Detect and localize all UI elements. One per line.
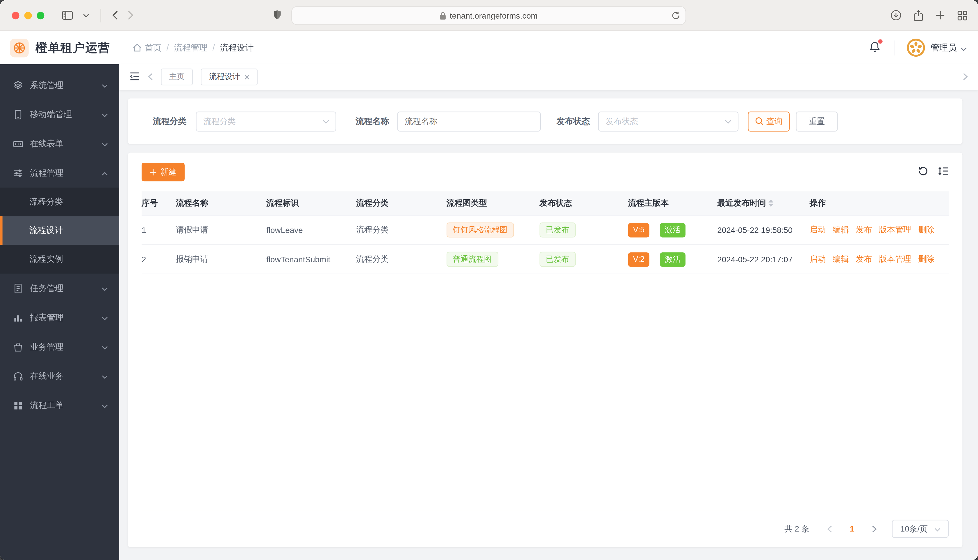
mobile-icon [13, 110, 23, 119]
close-window-button[interactable] [12, 12, 20, 19]
filter-name-input[interactable] [398, 111, 541, 131]
filter-category-label: 流程分类 [153, 116, 187, 127]
create-button[interactable]: 新建 [142, 163, 185, 181]
publish-link[interactable]: 发布 [856, 224, 872, 235]
chevron-down-icon [102, 313, 108, 322]
chevron-down-icon [102, 110, 108, 119]
sidebar-toggle-icon[interactable] [62, 10, 73, 20]
sidebar-subitem-workflow-category[interactable]: 流程分类 [0, 188, 119, 217]
breadcrumb-section[interactable]: 流程管理 [174, 42, 207, 53]
header-divider [894, 40, 894, 55]
filter-panel: 流程分类 流程分类 流程名称 发布状态 发布状态 [128, 98, 963, 144]
reset-button[interactable]: 重置 [796, 111, 838, 131]
col-key: 流程标识 [266, 198, 356, 209]
tabs-scroll-right-icon[interactable] [963, 72, 968, 83]
sidebar-item-system-mgmt[interactable]: 系统管理 [0, 70, 119, 100]
diagram-type-tag: 钉钉风格流程图 [446, 222, 514, 238]
sidebar-item-task-mgmt[interactable]: 任务管理 [0, 273, 119, 303]
sidebar-item-report-mgmt[interactable]: 报表管理 [0, 303, 119, 332]
close-tab-icon[interactable] [244, 74, 249, 79]
delete-link[interactable]: 删除 [918, 253, 935, 265]
cell-published-at: 2024-05-22 19:58:50 [717, 225, 810, 235]
minimize-window-button[interactable] [24, 12, 32, 19]
table-row: 2 报销申请 flowTenantSubmit 流程分类 普通流程图 已发布 V… [142, 245, 949, 274]
breadcrumb-separator: / [212, 43, 215, 52]
sidebar-item-business-mgmt[interactable]: 业务管理 [0, 332, 119, 361]
filter-category-select[interactable]: 流程分类 [196, 111, 336, 131]
cell-name: 请假申请 [176, 224, 266, 235]
sidebar-item-online-forms[interactable]: 在线表单 [0, 129, 119, 158]
forward-button[interactable] [128, 10, 134, 20]
page-size-select[interactable]: 10条/页 [892, 520, 949, 538]
tab-group-chevron-icon[interactable] [83, 13, 89, 17]
chevron-down-icon [102, 342, 108, 352]
chevron-down-icon [102, 283, 108, 293]
sidebar-subitem-workflow-instance[interactable]: 流程实例 [0, 245, 119, 273]
sort-caret-icon[interactable] [768, 200, 773, 207]
active-badge: 激活 [660, 252, 685, 267]
start-link[interactable]: 启动 [810, 224, 826, 235]
chevron-down-icon [102, 80, 108, 90]
collapse-menu-icon[interactable] [130, 72, 140, 83]
sidebar-subitem-workflow-design[interactable]: 流程设计 [0, 216, 119, 245]
new-tab-icon[interactable] [936, 10, 945, 20]
headset-icon [13, 371, 23, 381]
col-index: 序号 [142, 198, 176, 209]
version-badge: V:5 [628, 223, 649, 237]
row-actions: 启动 编辑 发布 版本管理 删除 [810, 224, 949, 235]
version-mgmt-link[interactable]: 版本管理 [879, 224, 911, 235]
back-button[interactable] [112, 10, 118, 20]
avatar[interactable] [907, 38, 925, 57]
zoom-window-button[interactable] [37, 12, 45, 19]
col-published-at[interactable]: 最近发布时间 [717, 198, 810, 209]
sidebar-item-online-business[interactable]: 在线业务 [0, 361, 119, 391]
cell-name: 报销申请 [176, 253, 266, 265]
cell-category: 流程分类 [356, 224, 446, 235]
publish-link[interactable]: 发布 [856, 253, 872, 265]
row-actions: 启动 编辑 发布 版本管理 删除 [810, 253, 949, 265]
sidebar-item-workflow-mgmt[interactable]: 流程管理 [0, 158, 119, 188]
share-icon[interactable] [914, 10, 923, 21]
address-bar[interactable]: tenant.orangeforms.com [291, 6, 686, 25]
column-settings-icon[interactable] [938, 166, 949, 178]
notification-bell-icon[interactable] [869, 41, 880, 55]
breadcrumb-home[interactable]: 首页 [133, 42, 162, 53]
tab-workflow-design[interactable]: 流程设计 [201, 68, 257, 85]
reload-icon[interactable] [672, 11, 680, 20]
breadcrumb: 首页 / 流程管理 / 流程设计 [133, 42, 254, 53]
diagram-type-tag: 普通流程图 [446, 252, 498, 267]
user-name[interactable]: 管理员 [931, 42, 957, 53]
tabs-scroll-left-icon[interactable] [148, 72, 153, 83]
filter-status-select[interactable]: 发布状态 [598, 111, 739, 131]
lock-icon [440, 12, 446, 20]
col-name: 流程名称 [176, 198, 266, 209]
tab-overview-icon[interactable] [957, 10, 967, 20]
col-publish-status: 发布状态 [540, 198, 628, 209]
refresh-icon[interactable] [918, 166, 928, 178]
downloads-icon[interactable] [891, 10, 901, 20]
sidebar-item-workflow-orders[interactable]: 流程工单 [0, 391, 119, 420]
version-mgmt-link[interactable]: 版本管理 [879, 253, 911, 265]
chevron-down-icon [934, 524, 940, 533]
delete-link[interactable]: 删除 [918, 224, 935, 235]
start-link[interactable]: 启动 [810, 253, 826, 265]
next-page-icon[interactable] [866, 520, 883, 537]
url-text: tenant.orangeforms.com [450, 11, 538, 20]
edit-link[interactable]: 编辑 [833, 253, 849, 265]
page-number[interactable]: 1 [843, 520, 861, 537]
query-button[interactable]: 查询 [748, 111, 790, 131]
chevron-down-icon [102, 139, 108, 148]
sidebar-item-mobile-mgmt[interactable]: 移动端管理 [0, 100, 119, 129]
pagination: 共 2 条 1 10条/页 [142, 510, 949, 547]
pagination-total: 共 2 条 [784, 523, 810, 535]
search-icon [755, 117, 763, 125]
tab-home[interactable]: 主页 [161, 68, 193, 85]
cell-published-at: 2024-05-22 20:17:07 [717, 255, 810, 264]
edit-link[interactable]: 编辑 [833, 224, 849, 235]
privacy-shield-icon[interactable] [273, 10, 281, 20]
user-menu-chevron-icon[interactable] [961, 42, 967, 53]
col-category: 流程分类 [356, 198, 446, 209]
chevron-up-icon [102, 168, 108, 177]
workflow-submenu: 流程分类 流程设计 流程实例 [0, 188, 119, 273]
prev-page-icon[interactable] [821, 520, 838, 537]
